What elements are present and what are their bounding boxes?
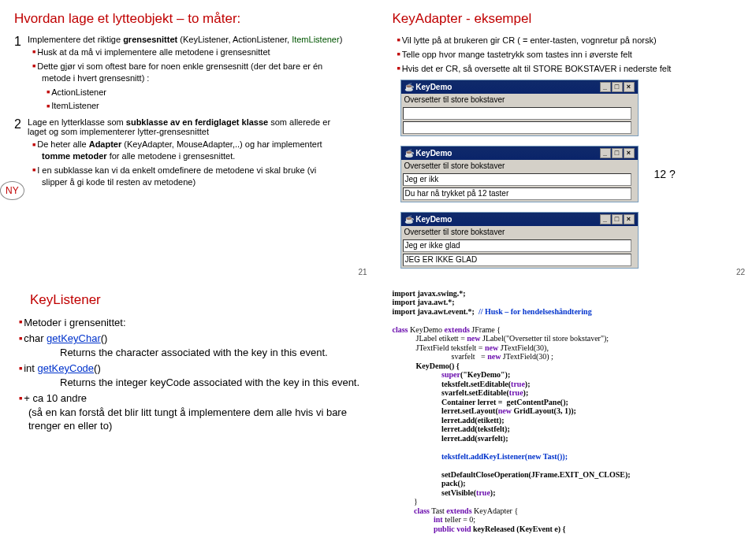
window-keydemo-2: ☕ KeyDemo _□× Oversetter til store bokst… — [400, 146, 639, 202]
minimize-icon[interactable]: _ — [600, 214, 611, 224]
app-icon: ☕ — [404, 215, 414, 224]
bullet: Husk at da må vi implementere alle metod… — [42, 46, 343, 58]
text-field-2[interactable] — [403, 121, 631, 134]
bullet: ItemListener — [56, 100, 343, 112]
maximize-icon[interactable]: □ — [612, 82, 623, 92]
bullet: ActionListener — [56, 87, 343, 98]
titlebar: ☕ KeyDemo _□× — [401, 213, 638, 226]
bullet: Telle opp hvor mange tastetrykk som tast… — [407, 49, 743, 61]
bullet: Dette gjør vi som oftest bare for noen e… — [42, 61, 343, 84]
ny-badge: NY — [0, 181, 24, 200]
window-label: Oversetter til store bokstaver — [401, 160, 638, 172]
bullet: Metoder i grensenittet: — [28, 316, 364, 330]
minimize-icon[interactable]: _ — [600, 148, 611, 158]
page-number: 21 — [358, 268, 367, 276]
titlebar: ☕ KeyDemo _□× — [401, 146, 638, 160]
bullet: int getKeyCode() Returns the integer key… — [28, 362, 364, 389]
bullet: Hvis det er CR, så oversette alt til STO… — [407, 63, 743, 75]
slide-24-code: import javax.swing.*; import java.awt.*;… — [378, 281, 757, 534]
slide-title: KeyAdapter - eksempel — [393, 11, 743, 27]
slide-title: KeyListener — [30, 292, 364, 308]
window-label: Oversetter til store bokstaver — [401, 94, 638, 106]
bullet: char getKeyChar() Returns the character … — [28, 332, 364, 359]
window-label: Oversetter til store bokstaver — [401, 226, 638, 238]
maximize-icon[interactable]: □ — [612, 214, 623, 224]
window-buttons[interactable]: _□× — [599, 82, 635, 92]
slide-23: KeyListener Metoder i grensenittet: char… — [0, 281, 378, 534]
window-keydemo-1: ☕ KeyDemo _□× Oversetter til store bokst… — [400, 80, 639, 136]
close-icon[interactable]: × — [624, 214, 635, 224]
text-field-2[interactable]: Du har nå trykket på 12 taster — [403, 187, 631, 200]
titlebar: ☕ KeyDemo _□× — [401, 80, 638, 94]
close-icon[interactable]: × — [624, 148, 635, 158]
text-field-1[interactable]: Jeg er ikk — [403, 173, 631, 186]
list-number-2: 2 — [14, 117, 25, 132]
text-field-2[interactable]: JEG ER IKKE GLAD — [403, 254, 631, 266]
window-keydemo-3: ☕ KeyDemo _□× Oversetter til store bokst… — [400, 212, 639, 269]
text-field-1[interactable] — [403, 107, 631, 120]
close-icon[interactable]: × — [624, 82, 635, 92]
bullet: De heter alle Adapter (KeyAdapter, Mouse… — [42, 139, 343, 162]
list-number-1: 1 — [14, 35, 25, 49]
app-icon: ☕ — [404, 149, 414, 158]
page-number: 22 — [736, 268, 745, 276]
note: (så en kan forstå det blir litt tungt å … — [28, 406, 347, 432]
window-buttons[interactable]: _□× — [599, 148, 635, 158]
text-field-1[interactable]: Jeg er ikke glad — [403, 239, 631, 252]
slide-title: Hvordan lage et lytteobjekt – to måter: — [14, 11, 364, 27]
minimize-icon[interactable]: _ — [600, 82, 611, 92]
bullet: I en subklasse kan vi da enkelt omdefine… — [42, 165, 343, 188]
method-desc: Returns the character associated with th… — [60, 346, 364, 360]
slide-21: Hvordan lage et lytteobjekt – to måter: … — [0, 0, 378, 281]
link-getkeychar[interactable]: getKeyChar — [47, 332, 101, 344]
bullet: Vil lytte på at brukeren gir CR ( = ente… — [407, 35, 743, 46]
para-1: Implementere det riktige grensesnittet (… — [28, 35, 342, 44]
bullet: + ca 10 andre(så en kan forstå det blir … — [28, 391, 364, 433]
slide-22: KeyAdapter - eksempel Vil lytte på at br… — [378, 0, 757, 281]
method-desc: Returns the integer keyCode associated w… — [60, 376, 364, 390]
code-block: import javax.swing.*; import java.awt.*;… — [393, 289, 743, 534]
maximize-icon[interactable]: □ — [612, 148, 623, 158]
link-getkeycode[interactable]: getKeyCode — [38, 362, 95, 374]
app-icon: ☕ — [404, 83, 414, 91]
window-buttons[interactable]: _□× — [599, 214, 635, 224]
para-2: Lage en lytterklasse som subklasse av en… — [28, 117, 330, 136]
annotation-12: 12 ? — [654, 168, 676, 180]
